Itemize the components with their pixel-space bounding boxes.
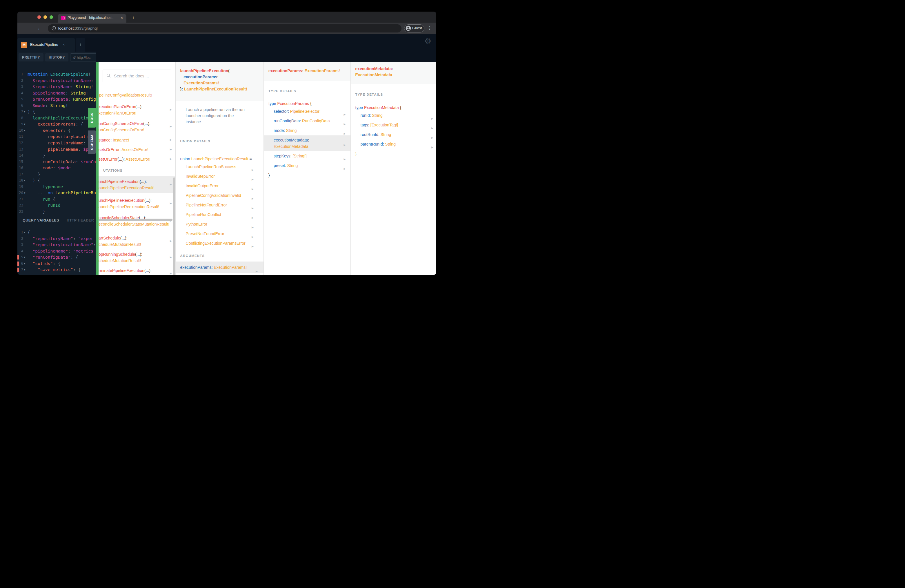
type-field[interactable]: runConfigData: RunConfigData▶	[264, 116, 350, 126]
code-line[interactable]: 20▼ ... on LaunchPipelineRunSuccess	[17, 190, 96, 196]
code-line[interactable]: 13 pipelineName: $pipelineName	[17, 146, 96, 153]
type-field[interactable]: parentRunId: String▶	[351, 140, 436, 149]
code-line[interactable]: 7▼) {	[17, 109, 96, 115]
docs-item[interactable]: unConfigSchemaOrError(...):unConfigSchem…	[98, 119, 175, 134]
type-header: executionParams: ExecutionParams!	[264, 62, 350, 81]
close-playground-tab-icon[interactable]: ×	[63, 42, 65, 47]
type-field[interactable]: tags: [ExecutionTag!]▶	[351, 120, 436, 130]
code-line[interactable]: 3 "repositoryLocationName":	[17, 242, 96, 248]
code-line[interactable]: 17 }	[17, 172, 96, 178]
code-line[interactable]: 18▼ ) {	[17, 178, 96, 184]
schema-side-tab[interactable]: SCHEMA	[88, 130, 96, 154]
query-editor[interactable]: 1mutation ExecutePipeline(2 $repositoryL…	[17, 63, 96, 222]
new-playground-tab-button[interactable]: +	[76, 38, 85, 52]
fold-caret-icon[interactable]: ▼	[23, 127, 26, 134]
fold-caret-icon[interactable]: ▼	[23, 190, 26, 196]
new-tab-button[interactable]: +	[130, 15, 137, 22]
close-tab-icon[interactable]: ×	[119, 16, 124, 20]
variables-editor[interactable]: 1▼{2 "repositoryName": "exper3 "reposito…	[17, 227, 96, 275]
union-member[interactable]: PipelineNotFoundError▶	[176, 200, 264, 210]
docs-item[interactable]: setOrError(...): AssetOrError!▶	[98, 155, 175, 164]
column1-horizontal-scrollbar[interactable]	[98, 219, 173, 221]
address-bar[interactable]: localhost:3333/graphql	[48, 24, 402, 32]
playground-tab[interactable]: M ExecutePipeline ×	[17, 38, 75, 52]
close-window-button[interactable]	[37, 15, 41, 19]
prettify-button[interactable]: PRETTIFY	[19, 53, 43, 62]
union-member[interactable]: InvalidOutputError▶	[176, 181, 264, 191]
profile-button[interactable]: Guest	[404, 24, 424, 32]
code-line[interactable]: 3 $repositoryName: String!	[17, 84, 96, 90]
history-button[interactable]: HISTORY	[45, 53, 68, 62]
type-field[interactable]: rootRunId: String▶	[351, 130, 436, 140]
code-line[interactable]: 12 repositoryName: $repositoryName	[17, 140, 96, 146]
docs-item[interactable]: rminatePipelineExecution(...):rminatePip…	[98, 266, 175, 275]
site-info-icon[interactable]	[52, 26, 56, 32]
code-line[interactable]: 11 repositoryLocationName: $repositoryLo…	[17, 133, 96, 140]
union-member[interactable]: InvalidStepError▶	[176, 172, 264, 181]
settings-gear-icon[interactable]: ⚙	[422, 36, 433, 46]
fold-caret-icon[interactable]: ▼	[23, 261, 26, 267]
type-field[interactable]: stepKeys: [String!]▶	[264, 151, 350, 161]
fold-caret-icon[interactable]: ▼	[23, 121, 26, 127]
docs-item[interactable]: opRunningSchedule(...):cheduleMutationRe…	[98, 250, 175, 265]
browser-tab[interactable]: ⬡ Playground - http://localhost:3 ×	[58, 14, 126, 22]
type-field[interactable]: preset: String▶	[264, 161, 350, 170]
fold-caret-icon[interactable]: ▼	[23, 229, 26, 236]
docs-search-header: Search the docs ... pelineConfigValidati…	[98, 70, 175, 98]
docs-item[interactable]: unchPipelineExecution(...):aunchPipeline…	[98, 176, 175, 193]
line-number: 17	[17, 172, 23, 178]
union-member[interactable]: PipelineRunConflict▶	[176, 210, 264, 219]
docs-search-box[interactable]: Search the docs ...	[103, 70, 171, 83]
type-field[interactable]: mode: String▶	[264, 126, 350, 135]
docs-item[interactable]: xecutionPlanOrError(...):xecutionPlanOrE…	[98, 102, 175, 118]
docs-item[interactable]: setsOrError: AssetsOrError!▶	[98, 145, 175, 154]
fold-caret-icon[interactable]: ▼	[23, 254, 26, 261]
fold-caret-icon[interactable]: ▼	[23, 109, 26, 115]
code-line[interactable]: 4 $pipelineName: String!	[17, 90, 96, 97]
column1-vertical-scrollbar[interactable]	[173, 178, 175, 275]
back-icon[interactable]: ←	[37, 25, 43, 32]
code-line[interactable]: 22 runId	[17, 202, 96, 209]
code-line[interactable]: 7▼ "save_metrics": {	[17, 267, 96, 273]
zoom-window-button[interactable]	[49, 15, 53, 19]
union-member[interactable]: ConflictingExecutionParamsError▶	[176, 238, 264, 248]
avatar-icon	[406, 25, 411, 32]
code-line[interactable]: 9▼ executionParams: {	[17, 121, 96, 127]
minimize-window-button[interactable]	[43, 15, 47, 19]
union-member[interactable]: PresetNotFoundError▶	[176, 229, 264, 238]
union-member[interactable]: PipelineConfigValidationInvalid▶	[176, 191, 264, 200]
fold-caret-icon[interactable]: ▼	[23, 267, 26, 273]
code-line[interactable]: 1▼{	[17, 229, 96, 236]
code-line[interactable]: 21 run {	[17, 196, 96, 203]
union-member[interactable]: PythonError▶	[176, 219, 264, 229]
docs-item[interactable]: stance: Instance!▶	[98, 136, 175, 145]
browser-menu-icon[interactable]: ⋮	[427, 25, 432, 31]
code-line[interactable]: 19 __typename	[17, 184, 96, 190]
code-line[interactable]: 16 mode: $mode	[17, 165, 96, 172]
argument-row[interactable]: executionParams: ExecutionParams!▶	[176, 262, 264, 273]
docs-side-tab[interactable]: DOCS	[88, 108, 96, 127]
code-line[interactable]: 4 "pipelineName": "metrics	[17, 248, 96, 254]
type-field[interactable]: runId: String▶	[351, 111, 436, 120]
union-member[interactable]: LaunchPipelineRunSuccess▶	[176, 162, 264, 172]
code-line[interactable]: 6 $mode: String!	[17, 103, 96, 109]
docs-item[interactable]: unchPipelineReexecution(...):aunchPipeli…	[98, 196, 175, 211]
code-line[interactable]: 5 $runConfigData: RunConfigData!	[17, 96, 96, 103]
code-line[interactable]: 6▼ "solids": {	[17, 261, 96, 267]
code-line[interactable]: 15 runConfigData: $runConfigData	[17, 159, 96, 165]
docs-item[interactable]: concileSchedulerState(...):econcileSched…	[98, 213, 175, 229]
endpoint-url-box[interactable]: ↺ http://loc	[70, 53, 96, 62]
code-line[interactable]: 2 $repositoryLocationName:	[17, 78, 96, 84]
code-line[interactable]: 5▼ "runConfigData": {	[17, 254, 96, 261]
code-line[interactable]: 14 }	[17, 153, 96, 159]
code-line[interactable]: 10▼ selector: {	[17, 127, 96, 134]
type-field[interactable]: executionMetadata:ExecutionMetadata▶	[264, 135, 350, 151]
code-line[interactable]: 2 "repositoryName": "exper	[17, 236, 96, 242]
docs-item[interactable]: artSchedule(...):cheduleMutationResult!▶	[98, 234, 175, 249]
code-line[interactable]: 1mutation ExecutePipeline(	[17, 72, 96, 78]
type-field[interactable]: selector: PipelineSelector!▶	[264, 107, 350, 116]
code-line[interactable]: 8 launchPipelineExecution(	[17, 115, 96, 121]
tab-http-headers[interactable]: HTTP HEADER	[67, 218, 94, 222]
fold-caret-icon[interactable]: ▼	[23, 178, 26, 184]
tab-query-variables[interactable]: QUERY VARIABLES	[22, 218, 59, 222]
